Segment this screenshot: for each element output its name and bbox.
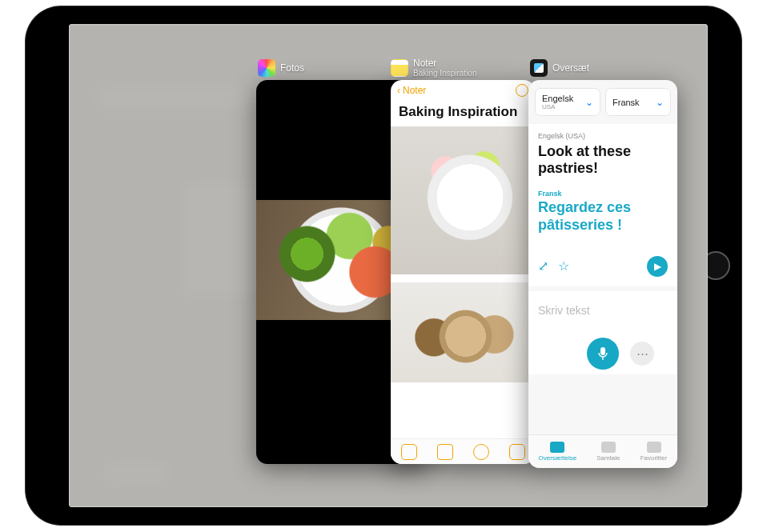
translate-app-icon	[530, 59, 548, 77]
translate-app-label: Oversæt	[530, 59, 589, 77]
chevron-left-icon[interactable]: ‹	[397, 85, 400, 96]
ipad-frame: Fotos Noter Baking Inspiration ‹ Noter	[26, 6, 741, 525]
tab-conversation[interactable]: Samtale	[596, 442, 620, 462]
source-language-label: Engelsk (USA)	[538, 132, 668, 140]
compose-icon[interactable]	[509, 444, 525, 460]
mic-row: ⋯	[528, 330, 677, 374]
translate-tab-bar: Oversættelse Samtale Favoritter	[528, 434, 677, 468]
translate-tab-icon	[550, 442, 564, 453]
photos-app-icon	[258, 59, 275, 77]
notes-card[interactable]: ‹ Noter Baking Inspiration	[391, 80, 535, 464]
more-options-button[interactable]: ⋯	[630, 342, 654, 366]
notes-toolbar	[391, 438, 535, 464]
microphone-icon	[597, 346, 608, 361]
tab-favorites[interactable]: Favoritter	[641, 442, 668, 462]
notes-app-icon	[391, 59, 408, 77]
microphone-button[interactable]	[587, 338, 619, 370]
expand-icon[interactable]: ⤢	[538, 258, 548, 274]
notes-back-button[interactable]: Noter	[403, 85, 426, 96]
checklist-icon[interactable]	[401, 444, 417, 460]
source-text: Look at these pastries!	[538, 143, 668, 177]
text-input-area[interactable]: Skriv tekst	[528, 291, 677, 330]
notes-nav-bar: ‹ Noter	[391, 80, 535, 101]
translation-panel: Engelsk (USA) Look at these pastries! Fr…	[528, 124, 677, 286]
favorite-star-icon[interactable]: ☆	[558, 258, 569, 274]
svg-rect-0	[600, 347, 605, 355]
translate-card[interactable]: Engelsk USA ⌄ Fransk ⌄ Engelsk (USA) Loo…	[528, 80, 677, 468]
source-language-select[interactable]: Engelsk USA ⌄	[535, 88, 600, 116]
chevron-down-icon: ⌄	[656, 97, 664, 108]
note-photo-pastries-plate	[391, 126, 535, 274]
language-selector-row: Engelsk USA ⌄ Fransk ⌄	[528, 80, 677, 122]
notes-app-label: Noter Baking Inspiration	[391, 58, 477, 78]
translate-app-name: Oversæt	[552, 62, 589, 74]
note-title: Baking Inspiration	[391, 101, 535, 126]
notes-action-icon-1[interactable]	[516, 84, 528, 97]
conversation-tab-icon	[601, 442, 616, 453]
tab-translate[interactable]: Oversættelse	[539, 442, 577, 462]
photos-app-label: Fotos	[258, 59, 304, 77]
translated-text: Regardez ces pâtisseries !	[538, 199, 668, 233]
note-photo-bread-loaves	[391, 282, 535, 382]
target-language-select[interactable]: Fransk ⌄	[605, 88, 671, 116]
play-audio-button[interactable]: ▶	[647, 256, 668, 277]
translation-actions: ⤢ ☆ ▶	[538, 256, 668, 277]
app-switcher: Fotos Noter Baking Inspiration ‹ Noter	[69, 24, 708, 507]
photos-app-name: Fotos	[280, 62, 304, 74]
notes-app-name: Noter Baking Inspiration	[413, 58, 477, 78]
target-language-label: Fransk	[538, 190, 668, 198]
markup-icon[interactable]	[473, 444, 489, 460]
favorites-tab-icon	[647, 442, 661, 453]
chevron-down-icon: ⌄	[585, 97, 593, 108]
screen: Fotos Noter Baking Inspiration ‹ Noter	[69, 24, 708, 507]
camera-icon[interactable]	[437, 444, 453, 460]
notes-app-subtitle: Baking Inspiration	[413, 69, 477, 78]
